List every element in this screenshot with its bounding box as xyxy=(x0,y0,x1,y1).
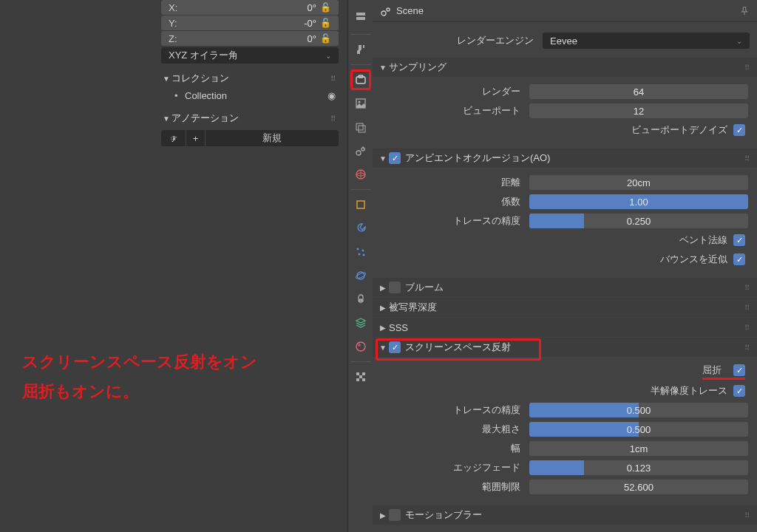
grip-icon[interactable]: ⠿ xyxy=(744,284,753,292)
lock-icon[interactable]: 🔓 xyxy=(319,33,331,44)
ao-bounce-checkbox[interactable]: ✓ xyxy=(733,253,745,265)
constraints-tab-icon[interactable] xyxy=(350,289,371,310)
bloom-header[interactable]: ▶ ブルーム ⠿ xyxy=(373,278,757,297)
svg-point-17 xyxy=(355,272,366,279)
editor-type-icon[interactable] xyxy=(350,6,371,27)
svg-point-18 xyxy=(356,342,365,351)
add-button[interactable]: + xyxy=(186,130,206,146)
pin-icon[interactable] xyxy=(739,6,750,16)
collection-item[interactable]: • Collection ◉ xyxy=(161,87,339,103)
viewport-denoise-checkbox[interactable]: ✓ xyxy=(733,124,745,136)
svg-point-14 xyxy=(358,253,360,256)
sampling-header[interactable]: ▼ サンプリング ⠿ xyxy=(373,58,757,77)
triangle-down-icon: ▼ xyxy=(377,64,389,72)
ssr-rough-field[interactable]: 0.500 xyxy=(529,422,748,437)
grip-icon[interactable]: ⠿ xyxy=(744,154,753,163)
rotation-mode-dropdown[interactable]: XYZ オイラー角 ⌄ xyxy=(161,47,339,64)
bloom-title: ブルーム xyxy=(405,281,444,294)
motion-blur-title: モーションブラー xyxy=(405,508,482,522)
rotation-z-label: Z: xyxy=(169,33,191,44)
ssr-refraction-label: 屈折 xyxy=(702,364,722,377)
rotation-mode-value: XYZ オイラー角 xyxy=(169,49,238,62)
ssr-edge-field[interactable]: 0.123 xyxy=(529,460,748,475)
grip-icon[interactable]: ⠿ xyxy=(330,115,339,123)
material-tab-icon[interactable] xyxy=(350,336,371,357)
ao-bent-checkbox[interactable]: ✓ xyxy=(733,234,745,246)
svg-point-15 xyxy=(362,254,364,256)
rotation-x-label: X: xyxy=(169,2,191,13)
bloom-checkbox[interactable] xyxy=(389,282,401,293)
ssr-halfres-checkbox[interactable]: ✓ xyxy=(733,385,745,397)
render-engine-dropdown[interactable]: Eevee ⌄ xyxy=(543,33,750,49)
ssr-width-label: 幅 xyxy=(381,442,529,455)
annotation-new-button[interactable]: 新規 xyxy=(206,130,339,146)
svg-rect-23 xyxy=(356,378,359,381)
grip-icon[interactable]: ⠿ xyxy=(330,75,339,83)
rotation-y-row[interactable]: Y: -0° 🔓 xyxy=(161,16,339,30)
ao-distance-field[interactable]: 20cm xyxy=(529,175,748,190)
render-tab-icon[interactable] xyxy=(350,69,371,90)
svg-point-26 xyxy=(387,8,390,11)
grip-icon[interactable]: ⠿ xyxy=(744,511,753,519)
render-samples-field[interactable]: 64 xyxy=(529,84,748,99)
collection-section-header[interactable]: ▼ コレクション ⠿ xyxy=(161,69,339,87)
ssr-trace-field[interactable]: 0.500 xyxy=(529,403,748,417)
svg-rect-22 xyxy=(359,375,362,378)
motion-blur-checkbox[interactable] xyxy=(389,509,401,521)
dof-header[interactable]: ▶ 被写界深度 ⠿ xyxy=(373,298,757,317)
physics-tab-icon[interactable] xyxy=(350,265,371,286)
chevron-down-icon: ⌄ xyxy=(325,52,331,60)
output-tab-icon[interactable] xyxy=(350,93,371,114)
triangle-right-icon: ▶ xyxy=(377,324,389,332)
data-tab-icon[interactable] xyxy=(350,313,371,333)
scene-icon[interactable] xyxy=(380,5,392,17)
eye-icon[interactable]: ◉ xyxy=(327,90,339,101)
render-engine-value: Eevee xyxy=(550,35,577,47)
ssr-checkbox[interactable]: ✓ xyxy=(389,341,401,353)
ao-distance-label: 距離 xyxy=(381,176,529,189)
rotation-z-row[interactable]: Z: 0° 🔓 xyxy=(161,31,339,46)
triangle-right-icon: ▶ xyxy=(377,304,389,312)
overlay-line-1: スクリーンスペース反射をオン xyxy=(22,347,257,377)
world-tab-icon[interactable] xyxy=(350,164,371,185)
grip-icon[interactable]: ⠿ xyxy=(744,324,753,332)
ao-header[interactable]: ▼ ✓ アンビエントオクルージョン(AO) ⠿ xyxy=(373,149,757,168)
ssr-title: スクリーンスペース反射 xyxy=(405,341,511,354)
annotation-new-row: ೂˇ + 新規 xyxy=(161,130,339,146)
ssr-clamp-field[interactable]: 52.600 xyxy=(529,480,748,494)
sampling-panel: ▼ サンプリング ⠿ レンダー 64 ビューポート 12 ビューポートデノイズ … xyxy=(373,58,757,148)
lock-icon[interactable]: 🔓 xyxy=(319,2,331,13)
rotation-y-label: Y: xyxy=(169,18,191,29)
rotation-x-row[interactable]: X: 0° 🔓 xyxy=(161,0,339,15)
ssr-header[interactable]: ▼ ✓ スクリーンスペース反射 ⠿ xyxy=(373,338,757,357)
svg-point-13 xyxy=(361,250,364,252)
annotation-section-header[interactable]: ▼ アノテーション ⠿ xyxy=(161,109,339,127)
triangle-down-icon: ▼ xyxy=(161,115,172,123)
ssr-refraction-checkbox[interactable]: ✓ xyxy=(733,364,745,376)
lock-icon[interactable]: 🔓 xyxy=(319,18,331,28)
texture-tab-icon[interactable] xyxy=(350,366,371,387)
triangle-down-icon: ▼ xyxy=(161,75,172,83)
ssr-clamp-label: 範囲制限 xyxy=(381,480,529,494)
tool-tab-icon[interactable] xyxy=(350,39,371,60)
annotation-layers-icon[interactable]: ೂˇ xyxy=(161,130,186,146)
ao-trace-field[interactable]: 0.250 xyxy=(529,214,748,228)
ssr-width-field[interactable]: 1cm xyxy=(529,441,748,456)
sss-header[interactable]: ▶ SSS ⠿ xyxy=(373,318,757,337)
ssr-panel: ▼ ✓ スクリーンスペース反射 ⠿ 屈折 ✓ 半解像度トレース ✓ トレースの精… xyxy=(373,338,757,505)
modifier-tab-icon[interactable] xyxy=(350,218,371,239)
rotation-z-value: 0° xyxy=(191,33,316,44)
scene-tab-icon[interactable] xyxy=(350,140,371,161)
grip-icon[interactable]: ⠿ xyxy=(744,64,753,72)
ao-factor-field[interactable]: 1.00 xyxy=(529,194,748,209)
ao-checkbox[interactable]: ✓ xyxy=(389,152,401,164)
motion-blur-header[interactable]: ▶ モーションブラー ⠿ xyxy=(373,505,757,525)
object-tab-icon[interactable] xyxy=(350,194,371,215)
svg-rect-11 xyxy=(357,201,364,208)
viewlayer-tab-icon[interactable] xyxy=(350,117,371,137)
grip-icon[interactable]: ⠿ xyxy=(744,304,753,312)
particle-tab-icon[interactable] xyxy=(350,242,371,262)
dof-title: 被写界深度 xyxy=(389,301,437,314)
viewport-samples-field[interactable]: 12 xyxy=(529,103,748,118)
grip-icon[interactable]: ⠿ xyxy=(744,344,753,352)
